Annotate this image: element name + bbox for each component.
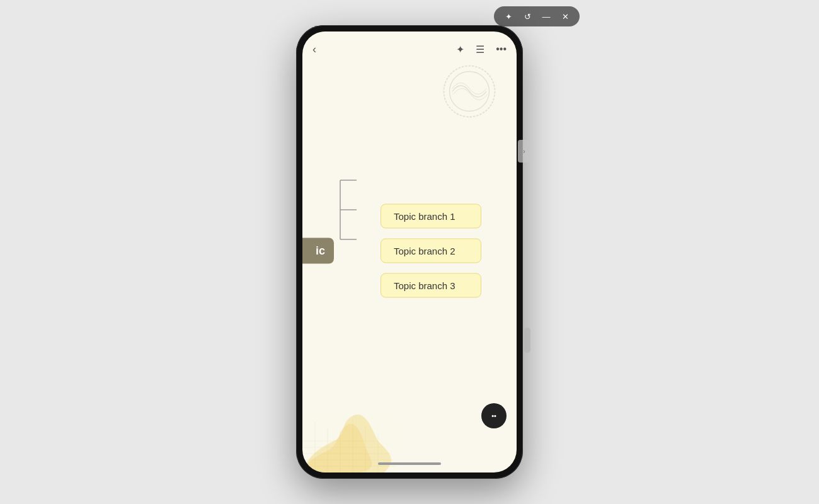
branches: Topic branch 1 Topic branch 2 Topic bran… bbox=[381, 204, 481, 298]
minimize-btn[interactable]: — bbox=[539, 9, 553, 23]
connector-lines bbox=[334, 210, 359, 292]
list-icon[interactable]: ☰ bbox=[476, 43, 484, 55]
ai-button[interactable]: •• bbox=[481, 403, 507, 428]
pin-btn[interactable]: ✦ bbox=[501, 9, 515, 23]
window-chrome: ✦ ↺ — ✕ bbox=[494, 6, 580, 26]
phone-screen: ‹ ✦ ☰ ••• ic Topic branch bbox=[302, 32, 517, 472]
branch-node-1[interactable]: Topic branch 1 bbox=[381, 204, 481, 229]
ai-icon: •• bbox=[491, 412, 496, 420]
pin-icon[interactable]: ✦ bbox=[456, 43, 464, 55]
root-node[interactable]: ic bbox=[302, 238, 334, 264]
back-button[interactable]: ‹ bbox=[312, 43, 316, 56]
right-resize-handle[interactable] bbox=[524, 328, 530, 353]
branch-node-3[interactable]: Topic branch 3 bbox=[381, 273, 481, 298]
more-icon[interactable]: ••• bbox=[496, 43, 507, 55]
side-expand-arrow[interactable]: › bbox=[518, 140, 530, 163]
rotate-btn[interactable]: ↺ bbox=[520, 9, 534, 23]
app-header: ‹ ✦ ☰ ••• bbox=[302, 32, 517, 67]
phone-frame: ‹ ✦ ☰ ••• ic Topic branch bbox=[296, 25, 523, 479]
close-btn[interactable]: ✕ bbox=[558, 9, 572, 23]
mindmap-area: ic Topic branch 1 Topic branch 2 Topic b… bbox=[302, 67, 517, 435]
home-indicator bbox=[378, 462, 441, 465]
header-icons: ✦ ☰ ••• bbox=[456, 43, 507, 55]
branch-node-2[interactable]: Topic branch 2 bbox=[381, 239, 481, 263]
